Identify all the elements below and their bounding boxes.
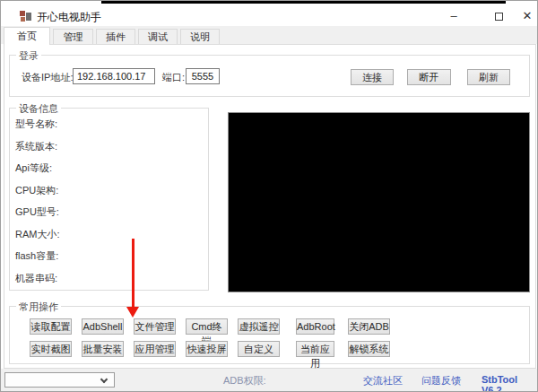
annotation-arrow-head-icon	[126, 307, 139, 318]
refresh-button[interactable]: 刷新	[467, 69, 510, 85]
device-info-group: 设备信息 型号名称: 系统版本: Api等级: CPU架构: GPU型号: RA…	[9, 108, 209, 291]
quick-cast-button[interactable]: 快速投屏	[186, 341, 228, 357]
device-info-group-label: 设备信息	[16, 102, 61, 116]
cpu-arch-label: CPU架构:	[15, 184, 58, 197]
device-select-dropdown[interactable]	[4, 372, 115, 388]
port-input[interactable]	[186, 68, 220, 84]
tab-home[interactable]: 首页	[4, 27, 50, 45]
flash-capacity-label: flash容量:	[15, 249, 58, 263]
gpu-model-label: GPU型号:	[15, 205, 59, 219]
custom-button[interactable]: 自定义	[238, 341, 280, 357]
port-label: 端口:	[162, 71, 185, 84]
status-bar: ADB权限: 交流社区 问题反馈 StbTool V6.2	[1, 369, 537, 392]
app-logo-icon	[20, 11, 31, 22]
tab-page-home: 登录 设备IP地址: 端口: 连接 断开 刷新 设备信息 型号名称: 系统版本:…	[4, 44, 536, 369]
virtual-remote-button[interactable]: 虚拟遥控	[238, 318, 280, 335]
device-screen-preview	[228, 112, 530, 292]
ram-size-label: RAM大小:	[15, 228, 60, 241]
login-group-label: 登录	[16, 49, 41, 63]
login-group: 登录 设备IP地址: 端口: 连接 断开 刷新	[9, 55, 530, 97]
feedback-link[interactable]: 问题反馈	[421, 374, 461, 388]
read-config-button[interactable]: 读取配置	[30, 318, 72, 335]
cmd-terminal-button[interactable]: Cmd终端	[186, 318, 228, 335]
system-version-label: 系统版本:	[15, 140, 57, 153]
current-app-button[interactable]: 当前应用	[296, 341, 334, 357]
serial-number-label: 机器串码:	[15, 272, 57, 285]
maximize-button[interactable]	[485, 5, 512, 27]
batch-install-button[interactable]: 批量安装	[82, 341, 124, 357]
ip-label: 设备IP地址:	[22, 71, 73, 84]
adb-permission-label: ADB权限:	[223, 374, 266, 388]
community-link[interactable]: 交流社区	[363, 374, 403, 388]
operations-group-label: 常用操作	[16, 301, 61, 314]
disconnect-button[interactable]: 断开	[407, 69, 451, 85]
operations-group: 常用操作 读取配置 AdbShell 文件管理 Cmd终端 虚拟遥控 AdbRo…	[9, 306, 530, 364]
app-manager-button[interactable]: 应用管理	[134, 341, 176, 357]
adb-shell-button[interactable]: AdbShell	[82, 318, 124, 335]
file-manager-button[interactable]: 文件管理	[134, 318, 176, 335]
tab-help[interactable]: 说明	[180, 29, 220, 44]
live-screenshot-button[interactable]: 实时截图	[30, 341, 72, 357]
window-title: 开心电视助手	[37, 10, 101, 25]
close-button[interactable]: ✕	[514, 5, 538, 27]
app-window: { "window": { "title": "开心电视助手", "minimi…	[0, 0, 538, 392]
tab-manage[interactable]: 管理	[53, 29, 93, 44]
close-adb-button[interactable]: 关闭ADB	[348, 318, 390, 335]
titlebar: 开心电视助手 – ✕	[1, 4, 537, 26]
version-label: StbTool V6.2	[482, 374, 537, 392]
api-level-label: Api等级:	[15, 161, 52, 175]
chevron-down-icon	[100, 376, 108, 383]
maximize-icon	[495, 13, 503, 21]
tab-bar: 首页 管理 插件 调试 说明	[1, 26, 537, 44]
tab-plugins[interactable]: 插件	[96, 29, 135, 44]
adb-root-button[interactable]: AdbRoot	[296, 318, 334, 335]
annotation-arrow-line	[132, 239, 134, 308]
tab-debug[interactable]: 调试	[138, 29, 178, 44]
model-name-label: 型号名称:	[15, 118, 57, 131]
unlock-system-button[interactable]: 解锁系统	[348, 341, 390, 357]
ip-input[interactable]	[73, 68, 155, 84]
minimize-button[interactable]: –	[440, 5, 467, 27]
connect-button[interactable]: 连接	[351, 69, 394, 85]
